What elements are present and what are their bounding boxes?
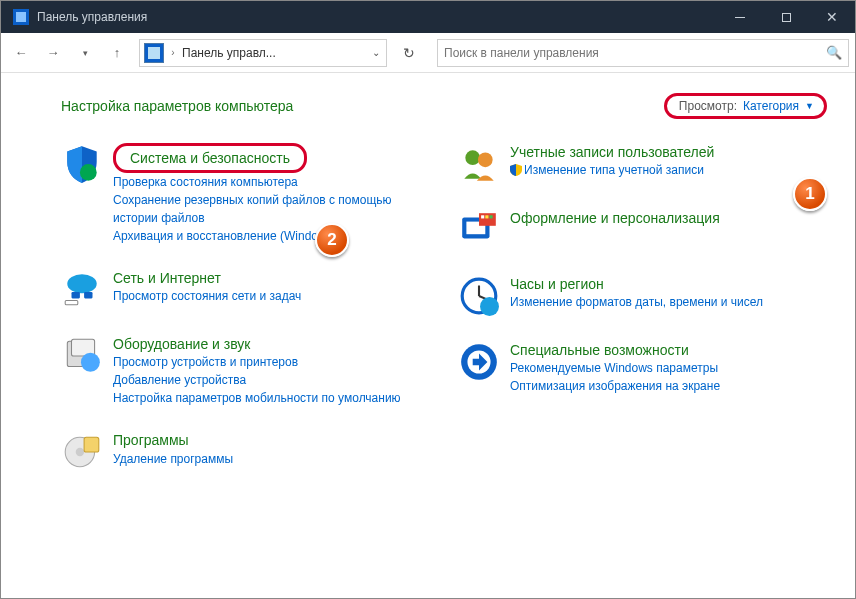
content-area: Настройка параметров компьютера Просмотр… — [1, 73, 855, 483]
chevron-down-icon: ▼ — [805, 101, 814, 111]
category-column-right: Учетные записи пользователей Изменение т… — [458, 143, 827, 473]
breadcrumb[interactable]: Панель управл... — [178, 46, 280, 60]
view-by-selector[interactable]: Просмотр: Категория ▼ — [664, 93, 827, 119]
category-title-clock-region[interactable]: Часы и регион — [510, 276, 604, 292]
svg-point-0 — [80, 164, 97, 181]
svg-rect-15 — [479, 213, 496, 226]
svg-rect-4 — [65, 301, 78, 305]
category-link[interactable]: Проверка состояния компьютера — [113, 173, 430, 191]
window-title: Панель управления — [37, 10, 717, 24]
category-link[interactable]: Рекомендуемые Windows параметры — [510, 359, 827, 377]
app-icon — [13, 9, 29, 25]
category-link[interactable]: Изменение форматов даты, времени и чисел — [510, 293, 827, 311]
svg-rect-17 — [485, 215, 488, 218]
category-title-hardware[interactable]: Оборудование и звук — [113, 336, 251, 352]
nav-forward-button[interactable]: → — [39, 39, 67, 67]
hardware-icon — [61, 335, 103, 377]
appearance-icon — [458, 209, 500, 251]
search-icon[interactable]: 🔍 — [826, 45, 842, 60]
network-icon — [61, 269, 103, 311]
user-accounts-icon — [458, 143, 500, 185]
control-panel-icon — [144, 43, 164, 63]
category-link[interactable]: Просмотр устройств и принтеров — [113, 353, 430, 371]
address-bar[interactable]: › Панель управл... ⌄ — [139, 39, 387, 67]
category-link[interactable]: Сохранение резервных копий файлов с помо… — [113, 191, 430, 227]
category-title-accessibility[interactable]: Специальные возможности — [510, 342, 689, 358]
maximize-button[interactable] — [763, 1, 809, 33]
view-by-label: Просмотр: — [679, 99, 737, 113]
uac-shield-icon — [510, 164, 522, 176]
category-link[interactable]: Изменение типа учетной записи — [510, 161, 827, 179]
svg-rect-3 — [84, 292, 92, 298]
search-bar[interactable]: 🔍 — [437, 39, 849, 67]
page-title: Настройка параметров компьютера — [61, 98, 293, 114]
category-link[interactable]: Просмотр состояния сети и задач — [113, 287, 430, 305]
chevron-right-icon: › — [168, 47, 178, 58]
category-link[interactable]: Добавление устройства — [113, 371, 430, 389]
nav-back-button[interactable]: ← — [7, 39, 35, 67]
chevron-down-icon[interactable]: ⌄ — [366, 47, 386, 58]
category-link[interactable]: Оптимизация изображения на экране — [510, 377, 827, 395]
annotation-bubble-1: 1 — [793, 177, 827, 211]
svg-point-1 — [67, 274, 96, 293]
svg-point-11 — [465, 150, 480, 165]
svg-point-9 — [76, 448, 84, 456]
category-column-left: Система и безопасность Проверка состояни… — [61, 143, 430, 473]
svg-rect-2 — [72, 292, 80, 298]
category-title-network[interactable]: Сеть и Интернет — [113, 270, 221, 286]
clock-icon — [458, 275, 500, 317]
category-accessibility: Специальные возможности Рекомендуемые Wi… — [458, 341, 827, 395]
refresh-button[interactable]: ↻ — [395, 39, 423, 67]
svg-rect-10 — [84, 438, 99, 453]
svg-point-12 — [478, 152, 493, 167]
shield-icon — [61, 143, 103, 185]
category-appearance: Оформление и персонализация — [458, 209, 827, 251]
svg-rect-18 — [490, 215, 493, 218]
category-link-text: Изменение типа учетной записи — [524, 163, 704, 177]
nav-up-button[interactable]: ↑ — [103, 39, 131, 67]
toolbar: ← → ▾ ↑ › Панель управл... ⌄ ↻ 🔍 — [1, 33, 855, 73]
category-title-system-security[interactable]: Система и безопасность — [113, 143, 307, 173]
category-hardware: Оборудование и звук Просмотр устройств и… — [61, 335, 430, 407]
category-title-user-accounts[interactable]: Учетные записи пользователей — [510, 144, 714, 160]
svg-rect-16 — [481, 215, 484, 218]
category-link[interactable]: Удаление программы — [113, 450, 430, 468]
annotation-bubble-2: 2 — [315, 223, 349, 257]
category-programs: Программы Удаление программы — [61, 431, 430, 473]
category-link[interactable]: Настройка параметров мобильности по умол… — [113, 389, 430, 407]
minimize-button[interactable] — [717, 1, 763, 33]
view-by-value: Категория — [743, 99, 799, 113]
category-title-appearance[interactable]: Оформление и персонализация — [510, 210, 720, 226]
nav-history-dropdown[interactable]: ▾ — [71, 39, 99, 67]
close-button[interactable]: ✕ — [809, 1, 855, 33]
svg-point-22 — [480, 297, 499, 316]
programs-icon — [61, 431, 103, 473]
category-network: Сеть и Интернет Просмотр состояния сети … — [61, 269, 430, 311]
category-user-accounts: Учетные записи пользователей Изменение т… — [458, 143, 827, 185]
svg-point-7 — [81, 353, 100, 372]
titlebar: Панель управления ✕ — [1, 1, 855, 33]
category-title-programs[interactable]: Программы — [113, 432, 189, 448]
search-input[interactable] — [444, 46, 826, 60]
category-link[interactable]: Архивация и восстановление (Windows 7) — [113, 227, 430, 245]
accessibility-icon — [458, 341, 500, 383]
category-system-security: Система и безопасность Проверка состояни… — [61, 143, 430, 245]
category-clock-region: Часы и регион Изменение форматов даты, в… — [458, 275, 827, 317]
